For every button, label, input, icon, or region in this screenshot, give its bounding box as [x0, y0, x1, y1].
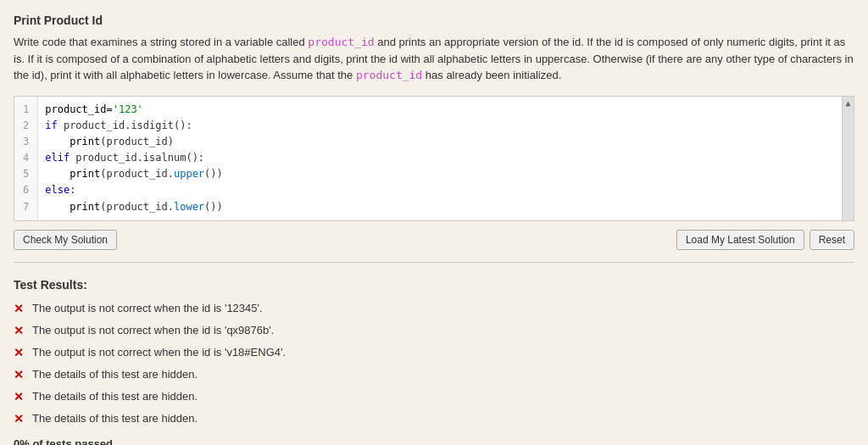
test-results-section: Test Results: ✕ The output is not correc…	[14, 275, 854, 445]
scrollbar[interactable]: ▲	[842, 97, 854, 220]
toolbar-left: Check My Solution	[14, 230, 117, 250]
page-container: Print Product Id Write code that examine…	[14, 14, 854, 445]
fail-icon-4: ✕	[14, 368, 24, 381]
problem-description: Write code that examines a string stored…	[14, 34, 854, 84]
test-result-text-6: The details of this test are hidden.	[32, 412, 198, 425]
line-num-6: 6	[19, 182, 32, 198]
code-editor-container: 1 2 3 4 5 6 7 product_id='123' if produc…	[14, 96, 854, 221]
line-num-5: 5	[19, 166, 32, 182]
test-result-item-3: ✕ The output is not correct when the id …	[14, 346, 854, 359]
line-numbers: 1 2 3 4 5 6 7	[14, 97, 38, 220]
test-result-text-4: The details of this test are hidden.	[32, 368, 198, 381]
fail-icon-3: ✕	[14, 346, 24, 359]
scroll-arrow-up[interactable]: ▲	[845, 98, 850, 108]
test-result-text-2: The output is not correct when the id is…	[32, 324, 274, 337]
problem-title: Print Product Id	[14, 14, 854, 27]
test-result-text-3: The output is not correct when the id is…	[32, 346, 286, 359]
desc-text-3: has already been initialized.	[422, 69, 561, 81]
desc-inline-code-2: product_id	[356, 69, 422, 81]
reset-button[interactable]: Reset	[810, 230, 854, 250]
fail-icon-2: ✕	[14, 324, 24, 337]
pass-rate: 0% of tests passed.	[14, 437, 854, 445]
toolbar: Check My Solution Load My Latest Solutio…	[14, 230, 854, 250]
test-result-item-1: ✕ The output is not correct when the id …	[14, 302, 854, 315]
line-num-7: 7	[19, 199, 32, 215]
divider	[14, 262, 854, 263]
fail-icon-6: ✕	[14, 412, 24, 426]
line-num-3: 3	[19, 134, 32, 150]
toolbar-right: Load My Latest Solution Reset	[676, 230, 854, 250]
test-result-text-5: The details of this test are hidden.	[32, 390, 198, 403]
test-result-item-5: ✕ The details of this test are hidden.	[14, 390, 854, 403]
code-editor[interactable]: 1 2 3 4 5 6 7 product_id='123' if produc…	[14, 97, 854, 220]
load-solution-button[interactable]: Load My Latest Solution	[676, 230, 804, 250]
test-result-text-1: The output is not correct when the id is…	[32, 302, 263, 314]
fail-icon-1: ✕	[14, 302, 24, 315]
test-result-item-2: ✕ The output is not correct when the id …	[14, 324, 854, 337]
desc-inline-code-1: product_id	[308, 36, 374, 48]
line-num-4: 4	[19, 150, 32, 166]
fail-icon-5: ✕	[14, 390, 24, 403]
check-solution-button[interactable]: Check My Solution	[14, 230, 117, 250]
code-content[interactable]: product_id='123' if product_id.isdigit()…	[38, 97, 854, 220]
desc-text-1: Write code that examines a string stored…	[14, 36, 308, 48]
line-num-1: 1	[19, 102, 32, 118]
line-num-2: 2	[19, 118, 32, 134]
test-result-item-6: ✕ The details of this test are hidden.	[14, 412, 854, 426]
test-result-item-4: ✕ The details of this test are hidden.	[14, 368, 854, 381]
test-results-title: Test Results:	[14, 278, 854, 292]
